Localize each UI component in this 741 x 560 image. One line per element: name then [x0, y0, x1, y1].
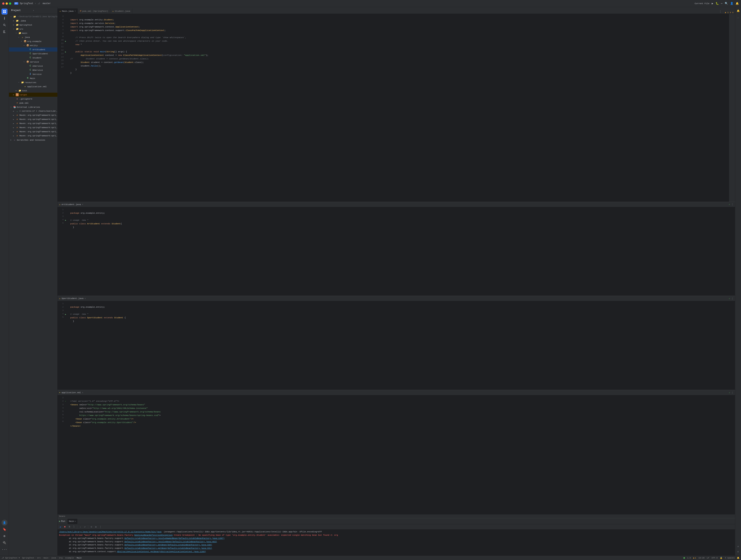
soft-wrap-button[interactable]: ↩: [83, 525, 87, 529]
filter-button[interactable]: ⊙: [89, 525, 93, 529]
warning-indicator[interactable]: ▲ 1 ∨ ∧: [725, 11, 734, 14]
cursor-position[interactable]: 10:20: [698, 557, 704, 559]
indent-setting[interactable]: 4 spaces: [725, 557, 735, 559]
tree-item-springtest[interactable]: ▶ 📁 SpringTest: [9, 23, 57, 27]
panel-menu-icon[interactable]: ⋮: [731, 203, 734, 206]
breadcrumb-item[interactable]: src: [37, 557, 41, 559]
artstudent-editor[interactable]: 12345 ▶ package org.example.entity; 1 us…: [58, 207, 735, 296]
tree-item-appxml[interactable]: ▶ ✦ application.xml: [9, 84, 57, 89]
tab-main-java[interactable]: ☕ Main.java ✕: [58, 8, 78, 14]
panel-menu-icon[interactable]: ⋮: [731, 297, 734, 300]
tree-item-java[interactable]: ▾ ☕ java: [9, 35, 57, 39]
tree-item-corretto[interactable]: ▶ ☕ < corretto-17 > /Users/eve/Library/J…: [9, 109, 57, 113]
maximize-button[interactable]: [9, 2, 11, 5]
tree-item-idea[interactable]: ▶ 📁 .idea: [9, 19, 57, 23]
tree-item-maven-aop[interactable]: ▶ m Maven: org.springframework:spring-ao…: [9, 113, 57, 117]
branch-name[interactable]: master: [43, 2, 51, 5]
tree-item-src[interactable]: ▾ 📁 src: [9, 27, 57, 31]
tree-item-scratches[interactable]: ▶ ✏ Scratches and Consoles: [9, 138, 57, 142]
stack-link[interactable]: DefaultListableBeanFactory.resolveBean(D…: [125, 541, 217, 543]
tab-pom-xml[interactable]: m pom.xml (SpringTest): [78, 8, 110, 14]
tree-item-pomxml[interactable]: ▶ m pom.xml: [9, 101, 57, 105]
panel-filename[interactable]: ArtStudent.java: [62, 203, 81, 206]
java-path[interactable]: /Users/eve/Library/Java/JavaVirtualMachi…: [59, 531, 161, 533]
tree-item-artstudent[interactable]: ▶ C ArtStudent: [9, 48, 57, 52]
tree-item-gitignore[interactable]: ▶ ⊙ .gitignore: [9, 97, 57, 101]
more-button[interactable]: ⋮: [98, 525, 103, 529]
stack-link[interactable]: AbstractApplicationContext.getBean(Abstr…: [117, 551, 206, 553]
notification-count[interactable]: 🔔: [737, 557, 740, 559]
tree-item-extlibs[interactable]: ▾ 📚 External Libraries: [9, 105, 57, 109]
breadcrumb-item[interactable]: SpringTest: [22, 557, 35, 559]
maven-panel-icon[interactable]: m: [736, 544, 740, 549]
run-gutter-icon[interactable]: ▶: [65, 219, 69, 222]
rerun-button[interactable]: ↺: [58, 525, 62, 529]
avatar-icon[interactable]: 👤: [1, 519, 7, 526]
stack-link[interactable]: DefaultListableBeanFactory.resolveNamedB…: [125, 537, 224, 540]
current-file-label[interactable]: Current File: [695, 2, 710, 5]
minimize-button[interactable]: [6, 2, 8, 5]
bookmark-icon[interactable]: 🔖: [1, 527, 7, 532]
git-version-status[interactable]: 1.0: [687, 557, 691, 559]
breadcrumb-item[interactable]: org: [59, 557, 63, 559]
vcs-status[interactable]: ●: [19, 557, 20, 559]
tree-item-maven-core[interactable]: ▶ m Maven: org.springframework:spring-co…: [9, 126, 57, 130]
tree-item-maven-beans[interactable]: ▶ m Maven: org.springframework:spring-be…: [9, 117, 57, 122]
pause-button[interactable]: ⏸: [67, 525, 71, 529]
code-content[interactable]: <?xml version="1.0" encoding="UTF-8"?> <…: [69, 395, 735, 514]
code-content[interactable]: package org.example.entity; 1 usage new …: [69, 301, 735, 390]
warnings-count[interactable]: ▲ 1: [693, 557, 696, 559]
code-content[interactable]: import org.example.entity.Student; impor…: [69, 14, 729, 202]
step-button[interactable]: ⤵: [72, 525, 76, 529]
status-indicators[interactable]: [683, 557, 685, 559]
tree-item-bservice[interactable]: ▶ C BService: [9, 68, 57, 72]
terminal-icon[interactable]: _: [736, 15, 740, 19]
panel-close-icon[interactable]: ✕: [82, 392, 83, 394]
scroll-to-end-button[interactable]: ↓: [78, 525, 82, 529]
breadcrumb-item[interactable]: main: [44, 557, 49, 559]
appxml-editor[interactable]: 22345678 ✓ <?xml version="1.0" encoding=…: [58, 395, 735, 514]
console-output[interactable]: /Users/eve/Library/Java/JavaVirtualMachi…: [58, 530, 735, 556]
exception-link[interactable]: NoUniqueBeanDefinitionException: [134, 534, 173, 536]
structure-icon[interactable]: [1, 29, 7, 35]
find-icon[interactable]: [1, 22, 7, 28]
line-ending[interactable]: LF: [707, 557, 709, 559]
debug-icon[interactable]: 🐛: [716, 2, 719, 5]
tabs-menu-button[interactable]: ⋮: [718, 10, 724, 14]
tree-item-maven-context[interactable]: ▶ m Maven: org.springframework:spring-co…: [9, 122, 57, 126]
tree-item-student[interactable]: ▶ C Student: [9, 56, 57, 60]
sidebar-dropdown-icon[interactable]: ▾: [33, 9, 34, 12]
bottom-tab-main[interactable]: Main ✕: [67, 519, 78, 524]
project-view-icon[interactable]: [1, 9, 7, 15]
stack-link[interactable]: DefaultListableBeanFactory.getBean(Defau…: [125, 544, 212, 546]
tab-close-icon[interactable]: ✕: [75, 10, 76, 12]
more-tools-icon[interactable]: ···: [1, 547, 7, 553]
settings-button[interactable]: ⚙: [94, 525, 98, 529]
profile-icon[interactable]: 👤: [730, 2, 733, 5]
tree-item-main-class[interactable]: ▶ M Main: [9, 76, 57, 80]
stop-button[interactable]: ■: [63, 525, 67, 529]
tree-item-resources[interactable]: ▾ 📁 resources: [9, 80, 57, 84]
code-content[interactable]: package org.example.entity; 1 usage new …: [69, 207, 735, 296]
breadcrumb-item[interactable]: example: [65, 557, 74, 559]
more-icon[interactable]: ⋯: [721, 2, 723, 5]
tab-student-java[interactable]: ☕ Student.java: [111, 8, 132, 14]
tree-item-root[interactable]: ▾ 📁 SpringTest ~/Desktop/CS/JavaEE/2.Jav…: [9, 15, 57, 19]
tree-item-maven-jcl[interactable]: ▶ m Maven: org.springframework:spring-jc…: [9, 134, 57, 138]
tree-item-test[interactable]: ▶ 📁 test: [9, 89, 57, 93]
git-panel-icon[interactable]: ⊙: [736, 550, 740, 554]
project-name[interactable]: SpringTest: [20, 2, 33, 5]
tab-close-icon[interactable]: ✕: [75, 520, 76, 523]
plugins-icon[interactable]: 🔌: [1, 540, 7, 546]
close-button[interactable]: [2, 2, 4, 5]
sportstudent-editor[interactable]: 12345 ▶ package org.example.entity; 1 us…: [58, 301, 735, 390]
tree-item-main[interactable]: ▾ 📁 main: [9, 31, 57, 35]
panel-filename[interactable]: application.xml: [62, 391, 81, 394]
search-icon[interactable]: 🔍: [725, 2, 728, 5]
tree-item-aservice[interactable]: ▶ C AService: [9, 64, 57, 68]
run-gutter-icon[interactable]: ▶: [65, 313, 69, 316]
git-branch-status[interactable]: ⎇ SpringTest: [1, 557, 17, 559]
notifications-icon[interactable]: 🔔: [736, 9, 740, 13]
git-icon[interactable]: [1, 15, 7, 21]
panel-close-icon[interactable]: ✕: [82, 203, 83, 206]
